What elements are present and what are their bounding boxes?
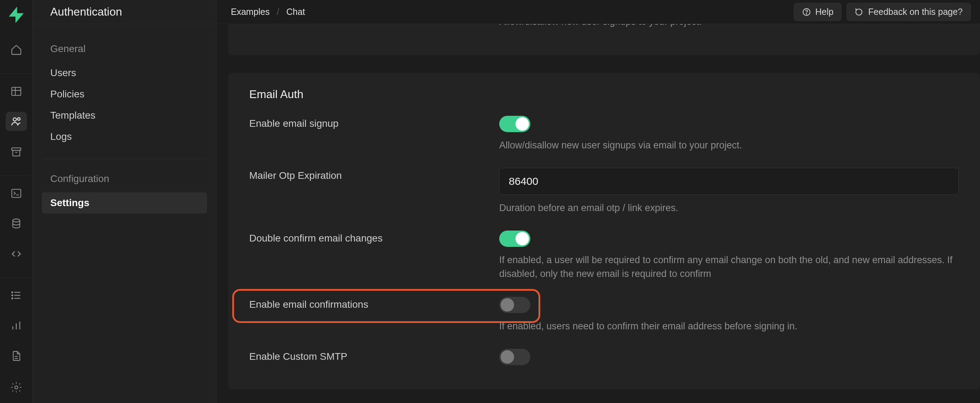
enable-email-signup-desc: Allow/disallow new user signups via emai…	[499, 139, 959, 152]
double-confirm-toggle[interactable]	[499, 231, 530, 247]
breadcrumb-item-1[interactable]: Examples	[231, 7, 270, 17]
message-circle-icon	[855, 8, 864, 17]
rail-docs[interactable]	[6, 346, 27, 365]
sidebar-item-settings[interactable]: Settings	[42, 192, 207, 213]
rail-settings[interactable]	[6, 377, 27, 398]
signups-desc: Allow/disallow new user signups to your …	[499, 24, 959, 29]
rail-api[interactable]	[6, 244, 27, 263]
rail-reports[interactable]	[6, 316, 27, 335]
file-icon	[10, 350, 22, 362]
rail-table-editor[interactable]	[6, 82, 27, 101]
breadcrumb-separator: /	[277, 7, 279, 17]
svg-rect-3	[12, 148, 21, 150]
card-email-auth: Email Auth Enable email signup Allow/dis…	[228, 73, 980, 389]
double-confirm-desc: If enabled, a user will be required to c…	[499, 253, 959, 281]
feedback-button-label: Feedback on this page?	[868, 7, 963, 17]
logo[interactable]	[6, 5, 26, 25]
enable-custom-smtp-label: Enable Custom SMTP	[249, 349, 499, 362]
double-confirm-label: Double confirm email changes	[249, 231, 499, 244]
enable-email-signup-label: Enable email signup	[249, 116, 499, 129]
rail-home[interactable]	[6, 40, 27, 59]
archive-icon	[10, 146, 22, 158]
table-icon	[10, 85, 22, 97]
feedback-button[interactable]: Feedback on this page?	[846, 3, 971, 21]
sidebar-heading-configuration: Configuration	[42, 170, 207, 192]
gear-icon	[10, 381, 22, 393]
svg-point-7	[12, 295, 13, 296]
topbar: Examples / Chat Help Feedback on this pa…	[217, 0, 980, 24]
breadcrumb: Examples / Chat	[231, 7, 305, 17]
users-icon	[10, 115, 22, 127]
help-circle-icon	[802, 8, 811, 17]
sidebar-item-logs[interactable]: Logs	[42, 126, 207, 147]
sidebar-item-templates[interactable]: Templates	[42, 105, 207, 126]
svg-point-6	[12, 292, 13, 293]
help-button-label: Help	[815, 7, 834, 17]
svg-point-2	[18, 118, 20, 120]
rail-database[interactable]	[6, 214, 27, 233]
icon-rail	[0, 0, 33, 403]
sidebar-title: Authentication	[50, 5, 122, 18]
svg-point-8	[12, 298, 13, 299]
rail-storage[interactable]	[6, 142, 27, 161]
svg-point-9	[14, 386, 18, 389]
sidebar-heading-general: General	[42, 40, 207, 62]
supabase-logo-icon	[6, 5, 26, 25]
svg-point-5	[13, 219, 20, 222]
svg-point-11	[806, 13, 807, 14]
enable-email-confirmations-toggle[interactable]	[499, 297, 530, 313]
database-icon	[10, 217, 22, 229]
rail-authentication[interactable]	[6, 112, 27, 131]
svg-rect-0	[12, 87, 21, 95]
sidebar: Authentication General Users Policies Te…	[33, 0, 217, 403]
rail-logs[interactable]	[6, 286, 27, 305]
help-button[interactable]: Help	[794, 3, 842, 21]
enable-email-confirmations-label: Enable email confirmations	[249, 297, 499, 310]
enable-email-confirmations-desc: If enabled, users need to confirm their …	[499, 319, 959, 333]
enable-custom-smtp-toggle[interactable]	[499, 349, 530, 365]
bar-chart-icon	[10, 319, 22, 331]
mailer-otp-expiration-label: Mailer Otp Expiration	[249, 168, 499, 181]
sidebar-item-policies[interactable]: Policies	[42, 84, 207, 105]
enable-email-signup-toggle[interactable]	[499, 116, 530, 132]
card-email-auth-title: Email Auth	[228, 73, 980, 101]
mailer-otp-expiration-desc: Duration before an email otp / link expi…	[499, 201, 959, 215]
list-icon	[10, 289, 22, 301]
main-content: Allow/disallow new user signups to your …	[217, 24, 980, 403]
sidebar-title-row: Authentication	[33, 0, 216, 24]
mailer-otp-expiration-input[interactable]	[499, 168, 959, 195]
terminal-icon	[10, 187, 22, 199]
svg-point-1	[13, 118, 16, 121]
breadcrumb-item-2[interactable]: Chat	[286, 7, 305, 17]
rail-sql-editor[interactable]	[6, 184, 27, 203]
sidebar-item-users[interactable]: Users	[42, 62, 207, 84]
svg-rect-4	[12, 189, 21, 197]
home-icon	[10, 44, 22, 56]
code-icon	[10, 248, 22, 260]
card-signups: Allow/disallow new user signups to your …	[228, 24, 980, 55]
